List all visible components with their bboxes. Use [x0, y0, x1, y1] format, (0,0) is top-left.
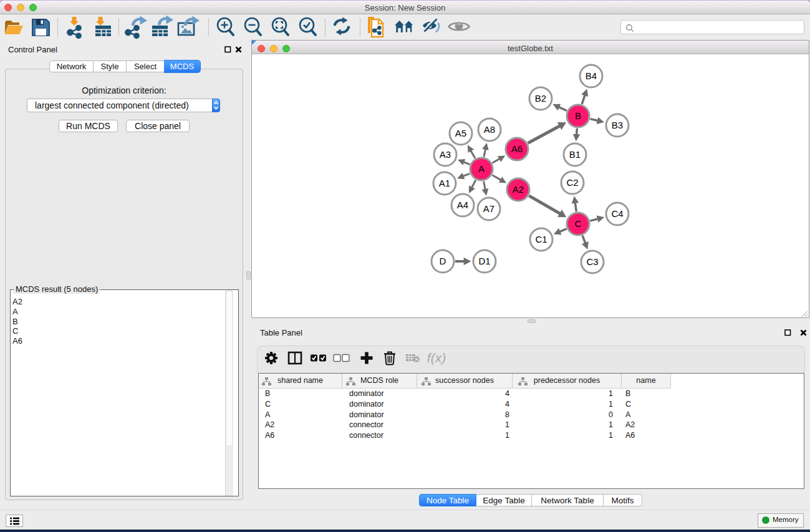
- svg-text:D1: D1: [478, 256, 490, 266]
- svg-text:C3: C3: [586, 256, 598, 267]
- svg-text:A8: A8: [484, 124, 495, 135]
- svg-text:D: D: [440, 256, 446, 266]
- svg-text:A7: A7: [483, 203, 494, 214]
- svg-text:C4: C4: [611, 208, 623, 219]
- svg-text:A6: A6: [511, 143, 523, 154]
- svg-text:B1: B1: [569, 149, 581, 160]
- svg-text:B: B: [575, 110, 581, 121]
- svg-text:C2: C2: [566, 177, 578, 188]
- svg-text:A2: A2: [513, 184, 524, 195]
- svg-text:A: A: [478, 163, 485, 174]
- svg-text:f(x): f(x): [427, 351, 446, 365]
- svg-text:B2: B2: [535, 93, 546, 104]
- svg-text:A1: A1: [439, 178, 450, 188]
- svg-text:A5: A5: [455, 128, 466, 138]
- svg-text:B3: B3: [612, 120, 623, 130]
- svg-text:C1: C1: [535, 234, 547, 244]
- svg-text:A4: A4: [457, 200, 468, 210]
- svg-text:C: C: [575, 218, 582, 229]
- svg-text:A3: A3: [440, 149, 451, 160]
- svg-text:B4: B4: [586, 70, 597, 81]
